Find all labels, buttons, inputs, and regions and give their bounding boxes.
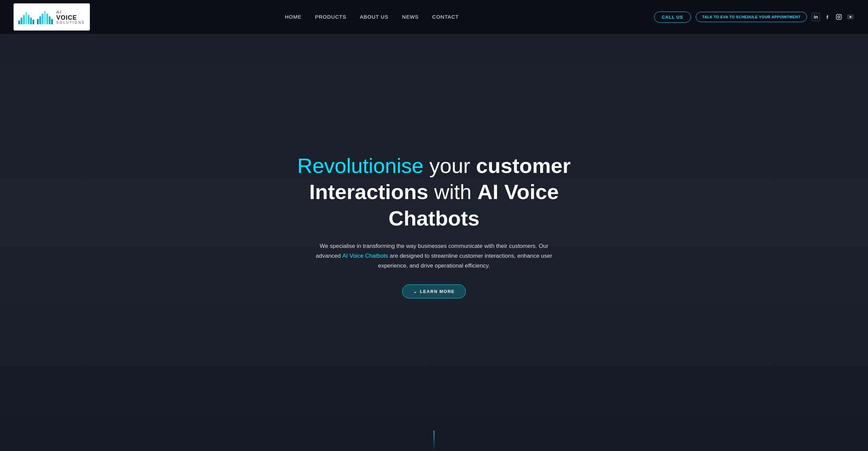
nav-item-products[interactable]: PRODUCTS	[315, 14, 346, 20]
logo-text: AI VOICE SOLUTIONS	[56, 9, 85, 24]
svg-point-1	[838, 16, 840, 18]
social-icons: in f	[812, 13, 854, 21]
hero-content: Revolutionise your customer Interactions…	[248, 153, 620, 298]
headline-word-interactions: Interactions	[309, 180, 428, 203]
headline-word-with: with	[428, 180, 477, 203]
linkedin-icon[interactable]: in	[812, 13, 820, 21]
nav-link-home[interactable]: HOME	[285, 14, 301, 20]
headline-word-your: your	[423, 154, 476, 177]
nav-item-home[interactable]: HOME	[285, 14, 301, 20]
learn-more-label: LEARN MORE	[420, 289, 455, 294]
talk-eva-button[interactable]: TALK TO EVA TO SCHEDULE YOUR APPOINTMENT	[696, 12, 807, 22]
hero-scroll-line	[434, 431, 434, 451]
instagram-icon[interactable]	[835, 13, 843, 21]
nav-links: HOME PRODUCTS ABOUT US NEWS CONTACT	[285, 14, 459, 20]
headline-line2: Interactions with AI Voice Chatbots	[261, 179, 607, 231]
nav-item-news[interactable]: NEWS	[402, 14, 419, 20]
nav-link-products[interactable]: PRODUCTS	[315, 14, 346, 20]
call-us-button[interactable]: CALL US	[654, 12, 691, 23]
svg-point-2	[840, 15, 841, 16]
logo[interactable]: AI VOICE SOLUTIONS	[14, 3, 90, 31]
hero-section: Revolutionise your customer Interactions…	[0, 0, 868, 451]
hero-description: We specialise in transforming the way bu…	[312, 241, 556, 271]
nav-link-about-us[interactable]: ABOUT US	[360, 14, 388, 20]
svg-rect-0	[836, 15, 841, 20]
nav-link-news[interactable]: NEWS	[402, 14, 419, 20]
logo-icon	[18, 9, 53, 24]
learn-more-button[interactable]: ⌄ LEARN MORE	[402, 285, 466, 298]
nav-link-contact[interactable]: CONTACT	[432, 14, 459, 20]
chevron-down-icon: ⌄	[413, 289, 417, 294]
nav-right: CALL US TALK TO EVA TO SCHEDULE YOUR APP…	[654, 12, 854, 23]
nav-item-contact[interactable]: CONTACT	[432, 14, 459, 20]
hero-desc-link[interactable]: AI Voice Chatbots	[342, 253, 388, 259]
facebook-icon[interactable]: f	[823, 13, 831, 21]
headline-word-customer: customer	[476, 154, 571, 177]
nav-item-about-us[interactable]: ABOUT US	[360, 14, 388, 20]
hero-desc-part2: are designed to streamline customer inte…	[378, 253, 552, 269]
youtube-icon[interactable]	[846, 13, 854, 21]
navigation: AI VOICE SOLUTIONS HOME PRODUCTS ABOUT U…	[0, 0, 868, 34]
headline-line1: Revolutionise your customer	[261, 153, 607, 179]
hero-headline: Revolutionise your customer Interactions…	[261, 153, 607, 232]
headline-word-revolutionise: Revolutionise	[297, 154, 423, 177]
